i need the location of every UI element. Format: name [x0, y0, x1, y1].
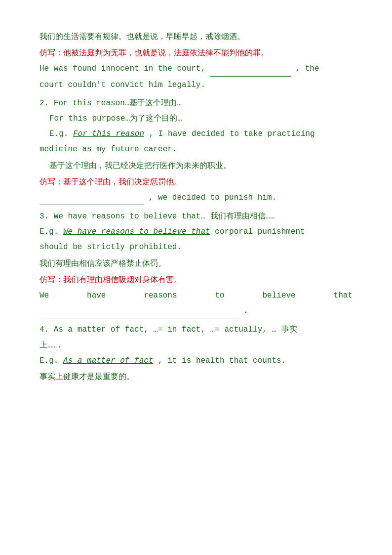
- item4-header2: 上…….: [39, 339, 353, 352]
- line3-part1: He was found innocent in the court,: [39, 64, 205, 73]
- item4-header-part1: 4. As a matter of fact, …= in fact, …= a…: [39, 325, 297, 334]
- item3-eg-line2-text: should be strictly prohibited.: [39, 243, 182, 252]
- item3-red-text: 仿写：我们有理由相信吸烟对身体有害。: [39, 275, 182, 284]
- item2-red-text: 仿写：基于这个理由，我们决定惩罚他。: [39, 177, 182, 186]
- blank-2: [39, 191, 144, 205]
- item3-have: have: [87, 289, 106, 302]
- line3-english: He was found innocent in the court, , th…: [39, 62, 353, 76]
- item3-we: We: [39, 289, 49, 302]
- item3-header: 3. We have reasons to believe that… 我们有理…: [39, 210, 353, 223]
- item3-period: .: [243, 306, 248, 315]
- item3-eg-prefix: E.g.: [39, 227, 58, 236]
- item3-spaced-row: We have reasons to believe that: [39, 289, 353, 302]
- item3-eg-line2: should be strictly prohibited.: [39, 241, 353, 254]
- item2-sub-text: For this purpose…为了这个目的…: [49, 114, 182, 123]
- item3-believe: believe: [262, 289, 295, 302]
- item3-eg-line1: E.g. We have reasons to believe that cor…: [39, 225, 353, 239]
- item2-eg-underline: For this reason: [73, 129, 144, 138]
- item3-eg-rest: corporal punishment: [215, 227, 305, 236]
- line4-text: court couldn't convict him legally.: [39, 81, 205, 89]
- item2-blank-rest: , we decided to punish him.: [149, 193, 276, 202]
- item3-that: that: [334, 289, 353, 302]
- item4-eg-rest: , it is health that counts.: [158, 356, 286, 365]
- item3-chinese: 我们有理由相信应该严格禁止体罚。: [39, 256, 353, 271]
- item2-sub: For this purpose…为了这个目的…: [39, 112, 353, 126]
- item2-eg-line2: medicine as my future career.: [39, 143, 353, 156]
- item4-eg-prefix: E.g.: [39, 356, 58, 365]
- item2-chinese-text: 基于这个理由，我已经决定把行医作为未来的职业。: [49, 161, 231, 170]
- item2-eg-rest: , I have decided to take practicing: [149, 129, 315, 138]
- line4-english: court couldn't convict him legally.: [39, 79, 353, 92]
- line3-part2: , the: [296, 64, 319, 73]
- item4-header: 4. As a matter of fact, …= in fact, …= a…: [39, 323, 353, 337]
- item3-to: to: [215, 289, 224, 302]
- item2-red: 仿写：基于这个理由，我们决定惩罚他。: [39, 175, 353, 189]
- line2-red-text: 仿写：他被法庭判为无罪，也就是说，法庭依法律不能判他的罪。: [39, 48, 269, 57]
- item3-eg-underline: We have reasons to believe that: [63, 227, 210, 236]
- page-content: 我们的生活需要有规律。也就是说，早睡早起，戒除烟酒。 仿写：他被法庭判为无罪，也…: [39, 30, 353, 384]
- item4-chinese-text: 事实上健康才是最重要的。: [39, 372, 134, 381]
- blank-1: [210, 62, 291, 76]
- line1: 我们的生活需要有规律。也就是说，早睡早起，戒除烟酒。: [39, 30, 353, 44]
- item2-eg-line2-text: medicine as my future career.: [39, 145, 177, 154]
- item4-header-part2: 上…….: [39, 341, 62, 350]
- line1-chinese: 我们的生活需要有规律。也就是说，早睡早起，戒除烟酒。: [39, 32, 245, 41]
- item2-eg-prefix: E.g.: [49, 129, 68, 138]
- item4-eg: E.g. As a matter of fact , it is health …: [39, 354, 353, 368]
- item3-chinese-text: 我们有理由相信应该严格禁止体罚。: [39, 259, 166, 267]
- item3-header-text: 3. We have reasons to believe that… 我们有理…: [39, 212, 275, 221]
- item3-reasons: reasons: [144, 289, 177, 302]
- item2-eg-line1: E.g. For this reason , I have decided to…: [39, 128, 353, 141]
- blank-3: [39, 304, 238, 318]
- item3-red: 仿写：我们有理由相信吸烟对身体有害。: [39, 273, 353, 287]
- item2-header: 2. For this reason…基于这个理由…: [39, 97, 353, 110]
- item4-eg-underline: As a matter of fact: [63, 356, 153, 365]
- item4-chinese: 事实上健康才是最重要的。: [39, 370, 353, 384]
- item3-blank-line: .: [39, 304, 353, 318]
- item2-blank-line: , we decided to punish him.: [39, 191, 353, 205]
- item2-header-text: 2. For this reason…基于这个理由…: [39, 99, 182, 108]
- item2-chinese: 基于这个理由，我已经决定把行医作为未来的职业。: [39, 159, 353, 173]
- line2-red: 仿写：他被法庭判为无罪，也就是说，法庭依法律不能判他的罪。: [39, 46, 353, 60]
